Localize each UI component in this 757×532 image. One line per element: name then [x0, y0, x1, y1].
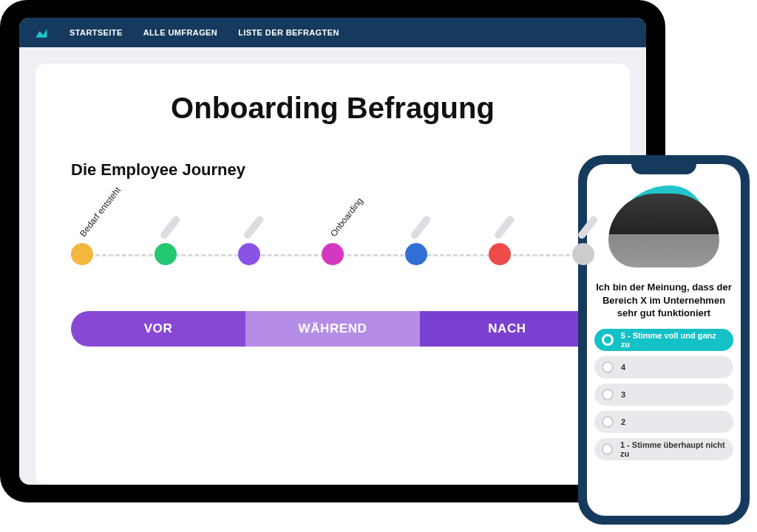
- journey-node-6[interactable]: [572, 243, 594, 265]
- journey-node-tick: [410, 214, 432, 240]
- logo-icon: [34, 25, 49, 40]
- journey-node-tick: [159, 214, 181, 240]
- survey-option-label: 4: [621, 363, 625, 372]
- radio-icon: [602, 361, 614, 373]
- journey-node-tick: [493, 214, 515, 240]
- phone-frame: Ich bin der Meinung, dass der Bereich X …: [578, 155, 750, 525]
- page-title: Onboarding Befragung: [71, 92, 594, 125]
- survey-hero-image: [605, 182, 723, 270]
- survey-option-label: 3: [621, 390, 625, 399]
- journey-node-5[interactable]: [489, 243, 511, 265]
- survey-option-label: 1 - Stimme überhaupt nicht zu: [620, 440, 726, 458]
- journey-node-2[interactable]: [238, 243, 260, 265]
- survey-option-3[interactable]: 2: [594, 411, 733, 433]
- survey-option-label: 5 - Stimme voll und ganz zu: [621, 331, 726, 349]
- survey-question: Ich bin der Meinung, dass der Bereich X …: [594, 281, 733, 320]
- nav-respondents[interactable]: LISTE DER BEFRAGTEN: [238, 28, 339, 37]
- journey-node-3[interactable]: Onboarding: [322, 243, 344, 265]
- phone-screen: Ich bin der Meinung, dass der Bereich X …: [587, 164, 741, 516]
- journey-node-4[interactable]: [405, 243, 427, 265]
- radio-icon: [602, 416, 614, 428]
- phase-vor[interactable]: VOR: [71, 311, 245, 347]
- survey-option-0[interactable]: 5 - Stimme voll und ganz zu: [594, 329, 733, 351]
- survey-options: 5 - Stimme voll und ganz zu4321 - Stimme…: [594, 329, 733, 460]
- survey-option-1[interactable]: 4: [594, 356, 733, 378]
- survey-option-label: 2: [621, 417, 625, 426]
- nav-home[interactable]: STARTSEITE: [69, 28, 123, 37]
- journey-timeline: Bedarf entstehtOnboarding: [71, 214, 594, 295]
- journey-node-0[interactable]: Bedarf entsteht: [71, 243, 93, 265]
- survey-option-2[interactable]: 3: [594, 383, 733, 406]
- hero-people: [608, 194, 719, 267]
- radio-icon: [602, 334, 614, 346]
- journey-node-tick: [242, 214, 265, 240]
- radio-icon: [602, 389, 614, 400]
- journey-node-1[interactable]: [155, 243, 177, 265]
- section-title: Die Employee Journey: [71, 160, 594, 180]
- phase-nach[interactable]: NACH: [420, 311, 594, 347]
- survey-option-4[interactable]: 1 - Stimme überhaupt nicht zu: [594, 438, 733, 460]
- phone-notch: [631, 161, 696, 174]
- content-card: Onboarding Befragung Die Employee Journe…: [35, 64, 630, 485]
- phase-waehrend[interactable]: WÄHREND: [245, 311, 420, 347]
- nav-all-surveys[interactable]: ALLE UMFRAGEN: [143, 28, 218, 37]
- journey-node-label: Onboarding: [328, 196, 365, 239]
- phase-bar: VOR WÄHREND NACH: [71, 311, 594, 347]
- tablet-screen: STARTSEITE ALLE UMFRAGEN LISTE DER BEFRA…: [19, 18, 646, 485]
- top-navbar: STARTSEITE ALLE UMFRAGEN LISTE DER BEFRA…: [19, 18, 646, 47]
- journey-node-label: Bedarf entsteht: [78, 185, 123, 239]
- radio-icon: [602, 443, 613, 455]
- tablet-frame: STARTSEITE ALLE UMFRAGEN LISTE DER BEFRA…: [0, 0, 665, 502]
